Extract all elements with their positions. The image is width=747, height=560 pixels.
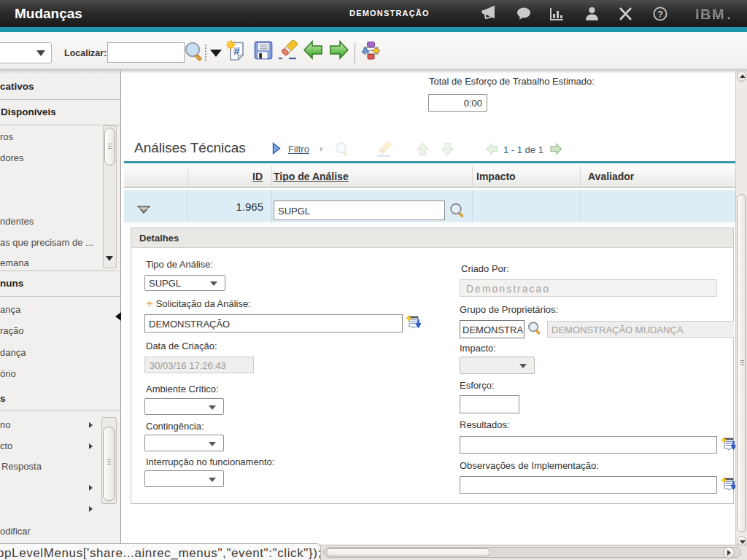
svg-text:?: ? <box>657 9 663 20</box>
svg-text:#: # <box>233 44 240 57</box>
